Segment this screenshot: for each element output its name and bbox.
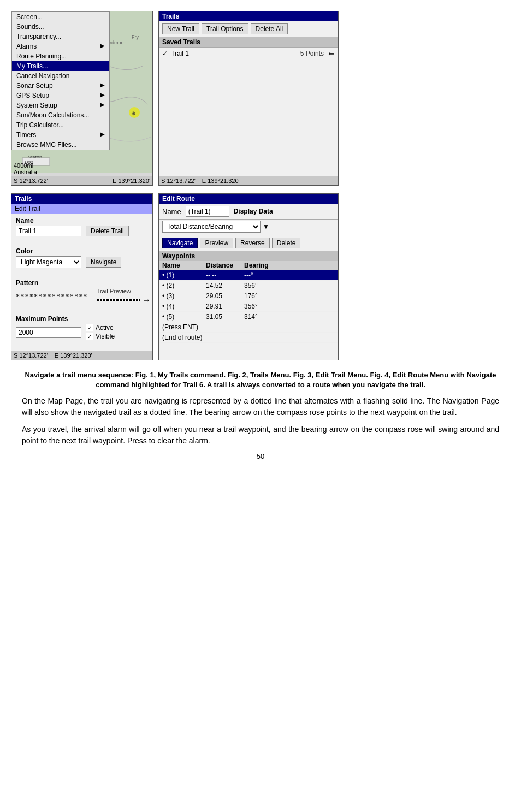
col-distance-header: Distance [206, 262, 244, 269]
waypoint-bear-4: 356° [244, 303, 335, 310]
visible-label: Visible [96, 333, 115, 340]
waypoint-row-4[interactable]: • (4) 29.91 356° [159, 301, 338, 312]
name-row: Delete Trail [16, 226, 148, 236]
edit-trail-subtitle: Edit Trail [11, 204, 152, 214]
page-number: 50 [22, 452, 499, 460]
menu-item-alarms[interactable]: Alarms [12, 42, 109, 51]
delete-all-button[interactable]: Delete All [251, 23, 288, 34]
pattern-label: Pattern [16, 279, 148, 287]
waypoint-dist-2: 14.52 [206, 282, 244, 289]
display-select[interactable]: Total Distance/Bearing [162, 221, 260, 233]
navigate-route-button[interactable]: Navigate [162, 238, 198, 248]
menu-item-route-planning[interactable]: Route Planning... [12, 51, 109, 61]
color-select[interactable]: Light Magenta [16, 256, 81, 268]
color-section: Color Light Magenta Navigate [11, 244, 152, 276]
checkboxes: ✓ Active ✓ Visible [86, 324, 115, 341]
menu-item-screen[interactable]: Screen... [12, 12, 109, 22]
fig3-coords-e: E 139°21.320' [55, 352, 92, 359]
body-paragraph-1: On the Map Page, the trail you are navig… [22, 395, 499, 418]
waypoint-row-press-ent: (Press ENT) [159, 322, 338, 333]
waypoint-bear-2: 356° [244, 282, 335, 289]
menu-item-transparency[interactable]: Transparency... [12, 32, 109, 42]
delete-trail-button[interactable]: Delete Trail [86, 226, 129, 236]
waypoint-dist-4: 29.91 [206, 303, 244, 310]
waypoints-header: Waypoints [159, 251, 338, 261]
fig1-coords-e: E 139°21.320' [113, 177, 150, 184]
context-menu: Screen... Sounds... Transparency... Alar… [11, 11, 110, 150]
waypoint-dist-5: 31.05 [206, 313, 244, 321]
new-trail-button[interactable]: New Trail [162, 23, 199, 34]
max-points-section: Maximum Points ✓ Active ✓ Visible [11, 313, 152, 348]
display-data-label: Display Data [234, 208, 273, 215]
max-points-input[interactable] [16, 327, 81, 338]
trail-preview-label: Trail Preview [97, 288, 151, 294]
menu-item-sonar-setup[interactable]: Sonar Setup [12, 81, 109, 91]
edit-trail-panel-title: Trails [11, 194, 152, 204]
route-action-buttons: Navigate Preview Reverse Delete [159, 235, 338, 251]
edit-route-title: Edit Route [159, 194, 338, 204]
color-row: Light Magenta Navigate [16, 256, 148, 268]
route-name-input[interactable] [186, 206, 229, 217]
fig3-coords-s: S 12°13.722' [14, 352, 48, 359]
waypoint-dist-3: 29.05 [206, 292, 244, 300]
trail-points: 5 Points [300, 50, 324, 57]
svg-text:ardmore: ardmore [107, 40, 126, 45]
name-input[interactable] [16, 226, 81, 236]
waypoint-bear-3: 176° [244, 292, 335, 300]
route-name-label: Name [162, 208, 181, 216]
trail-preview-container: Trail Preview → [97, 288, 151, 305]
menu-item-my-trails[interactable]: My Trails... [12, 61, 109, 71]
menu-item-timers[interactable]: Timers [12, 130, 109, 140]
waypoint-row-1[interactable]: • (1) -- -- ---° [159, 270, 338, 281]
waypoint-bear-1: ---° [244, 271, 335, 279]
svg-text:Fry: Fry [132, 34, 139, 40]
waypoint-row-end: (End of route) [159, 333, 338, 343]
waypoint-name-2: • (2) [162, 282, 206, 289]
reverse-route-button[interactable]: Reverse [235, 238, 270, 248]
menu-item-browse-mmc[interactable]: Browse MMC Files... [12, 140, 109, 150]
trail-options-button[interactable]: Trail Options [202, 23, 248, 34]
trail-preview-bar [97, 299, 140, 301]
active-checkbox-row: ✓ Active [86, 324, 115, 331]
active-checkbox[interactable]: ✓ [86, 324, 93, 331]
menu-item-gps-setup[interactable]: GPS Setup [12, 91, 109, 100]
navigate-button[interactable]: Navigate [86, 257, 121, 268]
menu-item-trip-calc[interactable]: Trip Calculator... [12, 120, 109, 130]
menu-item-system-setup[interactable]: System Setup [12, 100, 109, 110]
menu-item-sounds[interactable]: Sounds... [12, 22, 109, 32]
figure-caption: Navigate a trail menu sequence: Fig. 1, … [22, 370, 499, 390]
pattern-row: **************** Trail Preview → [16, 288, 148, 305]
waypoint-bear-5: 314° [244, 313, 335, 321]
description-section: Navigate a trail menu sequence: Fig. 1, … [11, 370, 510, 460]
waypoint-row-3[interactable]: • (3) 29.05 176° [159, 291, 338, 301]
visible-checkbox[interactable]: ✓ [86, 333, 93, 340]
waypoint-name-3: • (3) [162, 292, 206, 300]
menu-item-sun-moon[interactable]: Sun/Moon Calculations... [12, 110, 109, 120]
fig4-panel: Edit Route Name Display Data Total Dista… [158, 193, 339, 360]
display-select-row: Total Distance/Bearing ▼ [159, 220, 338, 235]
route-header: Name Display Data [159, 204, 338, 220]
trail-preview-arrow: → [143, 295, 151, 305]
preview-route-button[interactable]: Preview [200, 238, 233, 248]
pattern-dots: **************** [16, 293, 88, 300]
dropdown-arrow-icon: ▼ [263, 223, 269, 230]
col-bearing-header: Bearing [244, 262, 335, 269]
name-section: Name Delete Trail [11, 214, 152, 244]
trail-expand-icon: ⇐ [328, 49, 335, 58]
menu-item-cancel-navigation[interactable]: Cancel Navigation [12, 71, 109, 81]
waypoint-row-2[interactable]: • (2) 14.52 356° [159, 281, 338, 291]
fig2-coords: S 12°13.722' E 139°21.320' [159, 176, 338, 185]
max-points-label: Maximum Points [16, 315, 148, 323]
trail-preview-bar-container: → [97, 295, 151, 305]
waypoint-row-5[interactable]: • (5) 31.05 314° [159, 312, 338, 322]
waypoint-name-4: • (4) [162, 303, 206, 310]
trail-checkbox: ✓ [162, 50, 168, 57]
waypoints-column-headers: Name Distance Bearing [159, 261, 338, 270]
trail-row-1[interactable]: ✓ Trail 1 5 Points ⇐ [159, 48, 338, 60]
waypoint-press-ent: (Press ENT) [162, 323, 206, 331]
trails-toolbar: New Trail Trail Options Delete All [159, 21, 338, 37]
waypoint-name-5: • (5) [162, 313, 206, 321]
trails-panel-title: Trails [159, 11, 338, 21]
waypoint-end-of-route: (End of route) [162, 334, 206, 341]
delete-route-button[interactable]: Delete [272, 238, 301, 248]
